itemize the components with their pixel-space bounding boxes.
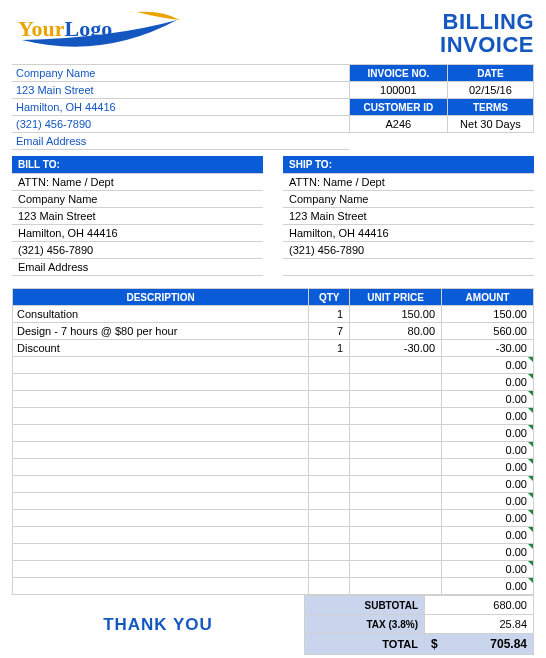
item-price: 150.00 [350,306,442,323]
item-amount: 0.00 [442,374,534,391]
shipto-company: Company Name [283,191,534,208]
item-desc [13,425,309,442]
item-amount: 150.00 [442,306,534,323]
title-line2: INVOICE [440,33,534,56]
item-desc [13,561,309,578]
billto-email: Email Address [12,259,263,276]
item-amount: 0.00 [442,510,534,527]
header-terms: TERMS [447,99,533,116]
item-row: 0.00 [13,374,534,391]
item-qty [309,561,350,578]
item-price [350,561,442,578]
item-desc [13,578,309,595]
item-desc [13,357,309,374]
item-amount: -30.00 [442,340,534,357]
item-qty: 1 [309,306,350,323]
item-row: 0.00 [13,510,534,527]
item-qty [309,527,350,544]
item-row: 0.00 [13,476,534,493]
item-qty: 7 [309,323,350,340]
item-qty [309,391,350,408]
customer-id: A246 [350,116,448,133]
item-qty [309,374,350,391]
item-desc: Consultation [13,306,309,323]
item-qty: 1 [309,340,350,357]
item-desc [13,527,309,544]
terms: Net 30 Days [447,116,533,133]
tax-value: 25.84 [425,615,534,634]
item-amount: 0.00 [442,544,534,561]
shipto-street: 123 Main Street [283,208,534,225]
item-price [350,408,442,425]
header-date: DATE [447,65,533,82]
company-street: 123 Main Street [12,82,349,99]
item-amount: 0.00 [442,391,534,408]
billto-city: Hamilton, OH 44416 [12,225,263,242]
item-qty [309,442,350,459]
shipto-city: Hamilton, OH 44416 [283,225,534,242]
item-price: 80.00 [350,323,442,340]
item-row: 0.00 [13,357,534,374]
item-amount: 0.00 [442,561,534,578]
item-row: 0.00 [13,561,534,578]
title-line1: BILLING [440,10,534,33]
item-amount: 0.00 [442,442,534,459]
header-customer-id: CUSTOMER ID [350,99,448,116]
item-desc [13,476,309,493]
total-label: TOTAL [305,634,425,655]
item-qty [309,357,350,374]
thank-you: THANK YOU [12,595,304,655]
item-qty [309,510,350,527]
item-desc [13,510,309,527]
item-price [350,476,442,493]
company-city: Hamilton, OH 44416 [12,99,349,116]
item-price [350,425,442,442]
item-price [350,578,442,595]
subtotal-value: 680.00 [425,596,534,615]
item-row: 0.00 [13,527,534,544]
item-amount: 0.00 [442,476,534,493]
subtotal-label: SUBTOTAL [305,596,425,615]
col-qty: QTY [309,289,350,306]
billto-company: Company Name [12,191,263,208]
item-qty [309,476,350,493]
company-email: Email Address [12,133,349,150]
item-price [350,357,442,374]
item-row: 0.00 [13,578,534,595]
item-price [350,527,442,544]
col-unit-price: UNIT PRICE [350,289,442,306]
item-desc [13,408,309,425]
item-price [350,510,442,527]
item-qty [309,544,350,561]
shipto-block: ATTN: Name / Dept Company Name 123 Main … [283,173,534,276]
tax-label: TAX (3.8%) [305,615,425,634]
item-row: 0.00 [13,442,534,459]
shipto-attn: ATTN: Name / Dept [283,174,534,191]
item-desc: Design - 7 hours @ $80 per hour [13,323,309,340]
item-desc [13,391,309,408]
item-amount: 0.00 [442,493,534,510]
logo: YourLogo [12,10,192,56]
item-amount: 0.00 [442,459,534,476]
item-price: -30.00 [350,340,442,357]
item-desc [13,459,309,476]
item-desc [13,442,309,459]
logo-your: Your [18,16,64,41]
item-desc: Discount [13,340,309,357]
company-phone: (321) 456-7890 [12,116,349,133]
col-amount: AMOUNT [442,289,534,306]
item-row: 0.00 [13,459,534,476]
company-info: Company Name 123 Main Street Hamilton, O… [12,64,349,150]
item-price [350,374,442,391]
item-row: 0.00 [13,391,534,408]
item-price [350,493,442,510]
item-desc [13,544,309,561]
billto-phone: (321) 456-7890 [12,242,263,259]
company-name: Company Name [12,65,349,82]
col-description: DESCRIPTION [13,289,309,306]
item-desc [13,374,309,391]
item-row: Design - 7 hours @ $80 per hour780.00560… [13,323,534,340]
item-row: 0.00 [13,425,534,442]
item-row: 0.00 [13,408,534,425]
item-qty [309,578,350,595]
